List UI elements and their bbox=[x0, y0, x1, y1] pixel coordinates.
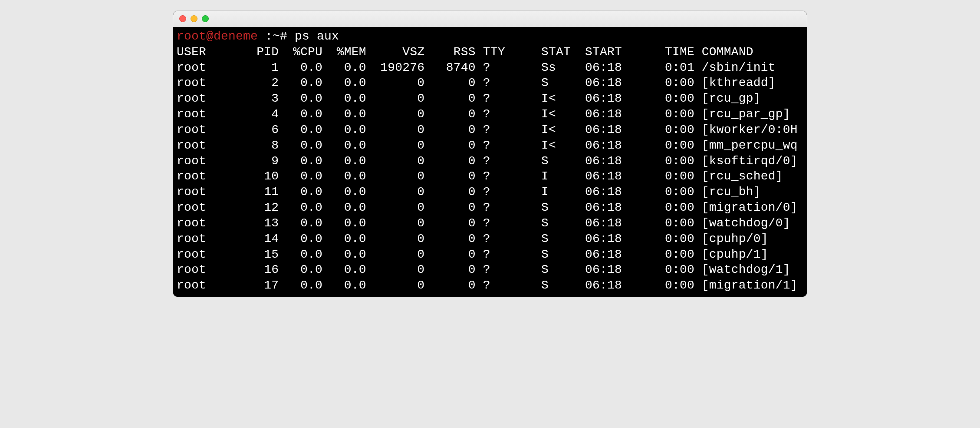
cell-time: 0:00 bbox=[643, 91, 694, 106]
ps-header-row: USERPID%CPU%MEMVSZRSSTTYSTATSTARTTIMECOM… bbox=[177, 44, 803, 60]
cell-start: 06:18 bbox=[585, 216, 643, 231]
cell-stat: I< bbox=[541, 122, 585, 138]
cell-cmd: [cpuhp/0] bbox=[694, 231, 768, 247]
cell-cpu: 0.0 bbox=[279, 216, 322, 231]
cell-rss: 0 bbox=[424, 231, 476, 247]
cell-user: root bbox=[177, 231, 242, 247]
cell-start: 06:18 bbox=[585, 106, 643, 122]
cell-stat: I< bbox=[541, 138, 585, 153]
cell-cpu: 0.0 bbox=[279, 91, 322, 106]
cell-rss: 0 bbox=[424, 184, 476, 200]
cell-cmd: [rcu_gp] bbox=[694, 91, 761, 106]
ps-row: root40.00.000?I<06:180:00[rcu_par_gp] bbox=[177, 106, 803, 122]
cell-rss: 0 bbox=[424, 122, 476, 138]
cell-cmd: [kthreadd] bbox=[694, 75, 776, 91]
cell-tty: ? bbox=[476, 184, 541, 200]
hdr-time: TIME bbox=[643, 44, 694, 60]
ps-row: root150.00.000?S06:180:00[cpuhp/1] bbox=[177, 247, 803, 262]
cell-start: 06:18 bbox=[585, 122, 643, 138]
cell-stat: I< bbox=[541, 106, 585, 122]
cell-mem: 0.0 bbox=[322, 200, 366, 216]
hdr-tty: TTY bbox=[476, 44, 541, 60]
cell-user: root bbox=[177, 122, 242, 138]
cell-stat: S bbox=[541, 231, 585, 247]
prompt-separator: :~# bbox=[258, 30, 295, 43]
cell-cpu: 0.0 bbox=[279, 60, 322, 76]
cell-start: 06:18 bbox=[585, 278, 643, 293]
cell-mem: 0.0 bbox=[322, 60, 366, 76]
cell-cpu: 0.0 bbox=[279, 106, 322, 122]
cell-tty: ? bbox=[476, 153, 541, 169]
cell-start: 06:18 bbox=[585, 247, 643, 262]
cell-user: root bbox=[177, 91, 242, 106]
cell-tty: ? bbox=[476, 200, 541, 216]
cell-vsz: 0 bbox=[366, 122, 424, 138]
cell-vsz: 0 bbox=[366, 91, 424, 106]
hdr-stat: STAT bbox=[541, 44, 585, 60]
cell-stat: S bbox=[541, 75, 585, 91]
cell-vsz: 0 bbox=[366, 216, 424, 231]
cell-time: 0:00 bbox=[643, 75, 694, 91]
cell-rss: 0 bbox=[424, 247, 476, 262]
ps-row: root80.00.000?I<06:180:00[mm_percpu_wq bbox=[177, 138, 803, 153]
cell-time: 0:00 bbox=[643, 122, 694, 138]
terminal-body[interactable]: root@deneme :~# ps auxUSERPID%CPU%MEMVSZ… bbox=[173, 27, 807, 297]
cell-pid: 12 bbox=[242, 200, 279, 216]
minimize-icon[interactable] bbox=[191, 15, 197, 22]
cell-mem: 0.0 bbox=[322, 169, 366, 184]
hdr-vsz: VSZ bbox=[366, 44, 424, 60]
hdr-cmd: COMMAND bbox=[694, 44, 753, 60]
cell-vsz: 0 bbox=[366, 262, 424, 278]
cell-tty: ? bbox=[476, 231, 541, 247]
cell-cpu: 0.0 bbox=[279, 153, 322, 169]
cell-pid: 2 bbox=[242, 75, 279, 91]
cell-user: root bbox=[177, 262, 242, 278]
cell-stat: S bbox=[541, 262, 585, 278]
cell-mem: 0.0 bbox=[322, 75, 366, 91]
cell-tty: ? bbox=[476, 91, 541, 106]
prompt-line: root@deneme :~# ps aux bbox=[177, 29, 803, 44]
cell-time: 0:00 bbox=[643, 138, 694, 153]
cell-cpu: 0.0 bbox=[279, 122, 322, 138]
cell-cmd: [kworker/0:0H bbox=[694, 122, 798, 138]
cell-vsz: 0 bbox=[366, 106, 424, 122]
cell-user: root bbox=[177, 169, 242, 184]
cell-rss: 0 bbox=[424, 216, 476, 231]
cell-tty: ? bbox=[476, 106, 541, 122]
cell-pid: 4 bbox=[242, 106, 279, 122]
cell-pid: 9 bbox=[242, 153, 279, 169]
cell-time: 0:00 bbox=[643, 278, 694, 293]
cell-cmd: [migration/0] bbox=[694, 200, 798, 216]
cell-stat: I< bbox=[541, 91, 585, 106]
cell-stat: S bbox=[541, 216, 585, 231]
cell-user: root bbox=[177, 184, 242, 200]
close-icon[interactable] bbox=[179, 15, 186, 22]
cell-rss: 0 bbox=[424, 91, 476, 106]
cell-tty: ? bbox=[476, 138, 541, 153]
cell-stat: S bbox=[541, 153, 585, 169]
cell-pid: 16 bbox=[242, 262, 279, 278]
cell-start: 06:18 bbox=[585, 169, 643, 184]
cell-cmd: [cpuhp/1] bbox=[694, 247, 768, 262]
cell-cpu: 0.0 bbox=[279, 231, 322, 247]
cell-cmd: [watchdog/1] bbox=[694, 262, 790, 278]
cell-mem: 0.0 bbox=[322, 184, 366, 200]
cell-tty: ? bbox=[476, 278, 541, 293]
cell-time: 0:00 bbox=[643, 231, 694, 247]
zoom-icon[interactable] bbox=[202, 15, 209, 22]
ps-row: root170.00.000?S06:180:00[migration/1] bbox=[177, 278, 803, 293]
cell-tty: ? bbox=[476, 169, 541, 184]
cell-start: 06:18 bbox=[585, 184, 643, 200]
cell-rss: 0 bbox=[424, 106, 476, 122]
cell-time: 0:00 bbox=[643, 216, 694, 231]
cell-pid: 11 bbox=[242, 184, 279, 200]
cell-vsz: 190276 bbox=[366, 60, 424, 76]
cell-pid: 17 bbox=[242, 278, 279, 293]
cell-rss: 0 bbox=[424, 75, 476, 91]
cell-user: root bbox=[177, 153, 242, 169]
cell-vsz: 0 bbox=[366, 138, 424, 153]
cell-rss: 0 bbox=[424, 153, 476, 169]
cell-user: root bbox=[177, 75, 242, 91]
cell-vsz: 0 bbox=[366, 184, 424, 200]
hdr-pid: PID bbox=[242, 44, 279, 60]
